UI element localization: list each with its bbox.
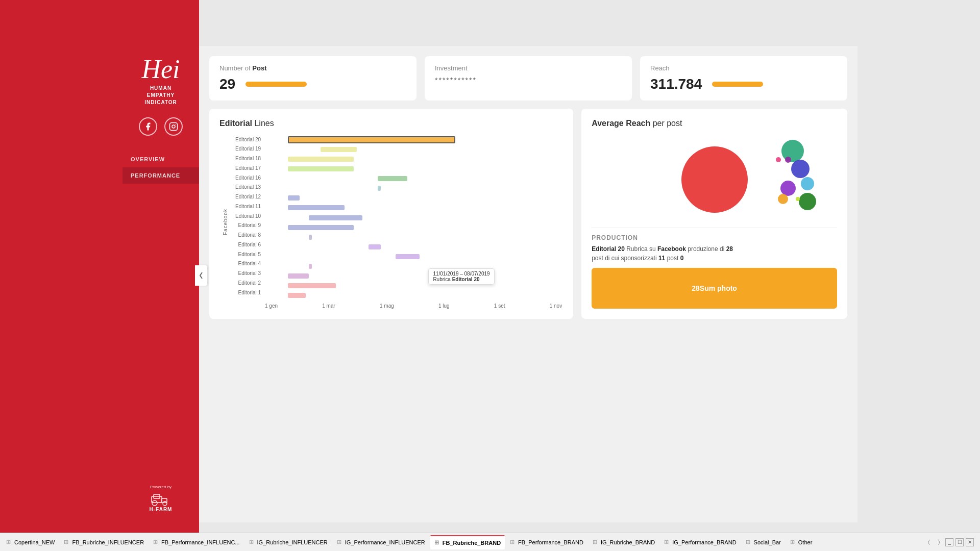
investment-value-row: *********** [435,76,622,84]
tab-label: Social_Bar [754,539,781,545]
production-title: Production [592,234,837,241]
gantt-bar-editorial-13 [378,186,381,191]
gantt-bar-editorial-10 [309,215,363,220]
tab-label: FB_Performance_INFLUENC... [161,539,239,545]
window-controls: 〈〉⎯☐✕ [925,538,978,546]
bubble-light-blue [801,177,814,190]
y-axis-label: Facebook [219,135,228,309]
tab-grid-icon: ⊞ [434,539,439,546]
gantt-row [264,145,563,154]
tab-fb_performance_influencer[interactable]: ⊞FB_Performance_INFLUENC... [149,535,243,549]
hfarm-brand-text: H-FARM [150,507,173,512]
reach-value-row: 311.784 [650,76,837,92]
y-labels: Editorial 20Editorial 19Editorial 18Edit… [228,135,264,309]
tab-ig_rubriche_influencer[interactable]: ⊞IG_Rubriche_INFLUENCER [245,535,332,549]
gantt-bar-editorial-5 [396,254,420,259]
metric-reach-card: Reach 311.784 [640,56,847,101]
tab-scroll-right[interactable]: 〉 [935,538,943,546]
investment-label: Investment [435,64,622,72]
gantt-bar-editorial-8 [309,235,312,240]
hfarm-logo: H-FARM [150,491,173,512]
gantt-row [264,281,563,290]
sidebar-footer: Powered by H-FARM [150,485,173,512]
y-label-editorial-19: Editorial 19 [228,145,264,153]
reach-chart-title: Average Reach per post [592,119,837,128]
tab-copertina[interactable]: ⊞Copertina_NEW [2,535,59,549]
bottom-section: Editorial Lines Facebook Editorial 20Edi… [209,109,847,319]
svg-rect-0 [170,123,178,131]
metrics-row: Number of Post 29 Investment ***********… [209,56,847,101]
nav-overview[interactable]: OVERVIEW [122,151,199,167]
tab-grid-icon: ⊞ [510,539,514,545]
tab-grid-icon: ⊞ [6,539,11,545]
y-label-editorial-18: Editorial 18 [228,155,264,163]
metric-investment-card: Investment *********** [425,56,632,101]
tab-grid-icon: ⊞ [746,539,750,545]
y-label-editorial-6: Editorial 6 [228,240,264,248]
svg-point-5 [152,500,157,506]
gantt-bar-editorial-18 [288,157,354,162]
tab-ig_rubriche_brand[interactable]: ⊞IG_Rubriche_BRAND [589,535,659,549]
reach-label: Reach [650,64,837,72]
tab-other[interactable]: ⊞Other [786,535,817,549]
tab-ig_performance_brand[interactable]: ⊞IG_Performance_BRAND [660,535,740,549]
gantt-row [264,262,563,271]
x-label: 1 mar [322,303,335,309]
gantt-bar-editorial-20 [288,136,455,143]
tab-label: IG_Rubriche_BRAND [601,539,655,545]
gantt-row [264,155,563,164]
tab-grid-icon: ⊞ [337,539,341,545]
tab-social_bar[interactable]: ⊞Social_Bar [742,535,785,549]
gantt-bar-editorial-2 [288,283,336,288]
facebook-icon[interactable] [139,117,157,136]
gantt-bar-editorial-9 [288,225,354,230]
gantt-row [264,203,563,212]
reach-value: 311.784 [650,76,702,92]
tab-scroll-left[interactable]: 〈 [925,538,933,546]
reach-bar [712,82,763,87]
tab-grid-icon: ⊞ [790,539,795,545]
gantt-rows: 11/01/2019 – 08/07/2019 Rubrica Editoria… [264,135,563,300]
gantt-bar-editorial-4 [309,264,312,269]
y-label-editorial-20: Editorial 20 [228,135,264,143]
bubble-dark-purple [785,157,791,163]
y-label-editorial-4: Editorial 4 [228,260,264,268]
gantt-row [264,193,563,203]
nav-performance[interactable]: PERFORMANCE [122,167,199,184]
y-label-editorial-16: Editorial 16 [228,173,264,182]
editorial-chart-title: Editorial Lines [219,119,563,128]
gantt-row [264,184,563,193]
production-description: Editorial 20 Rubrica su Facebook produzi… [592,244,837,263]
gantt-row [264,213,563,222]
tab-label: IG_Performance_INFLUENCER [345,539,425,545]
y-label-editorial-9: Editorial 9 [228,221,264,230]
tab-fb_rubriche_influencer[interactable]: ⊞FB_Rubriche_INFLUENCER [60,535,148,549]
tab-fb_rubriche_brand[interactable]: ⊞FB_Rubriche_BRAND [430,535,505,549]
close-button[interactable]: ✕ [966,538,974,546]
tab-fb_performance_brand[interactable]: ⊞FB_Performance_BRAND [506,535,587,549]
sum-photo-label: Sum photo [700,284,737,292]
hei-logo-text: Hei [141,56,180,83]
powered-by-text: Powered by [150,485,173,489]
posts-label: Number of Post [219,64,406,72]
maximize-button[interactable]: ☐ [955,538,964,546]
tab-label: Copertina_NEW [14,539,55,545]
gantt-row [264,164,563,173]
instagram-icon[interactable] [164,117,183,136]
sidebar-collapse-button[interactable] [195,265,207,286]
minimize-button[interactable]: ⎯ [945,538,953,546]
content-area: Number of Post 29 Investment ***********… [199,46,857,522]
tab-label: FB_Performance_BRAND [518,539,583,545]
y-label-editorial-2: Editorial 2 [228,279,264,287]
y-label-editorial-17: Editorial 17 [228,164,264,172]
bubble-orange [778,194,788,204]
y-label-editorial-10: Editorial 10 [228,212,264,220]
bubble-pink [776,157,781,162]
gantt-bar-editorial-12 [288,195,300,201]
x-label: 1 set [494,303,505,309]
editorial-chart-card: Editorial Lines Facebook Editorial 20Edi… [209,109,573,319]
gantt-row [264,271,563,281]
tab-ig_performance_influencer[interactable]: ⊞IG_Performance_INFLUENCER [333,535,429,549]
gantt-row [264,242,563,252]
x-label: 1 gen [265,303,278,309]
